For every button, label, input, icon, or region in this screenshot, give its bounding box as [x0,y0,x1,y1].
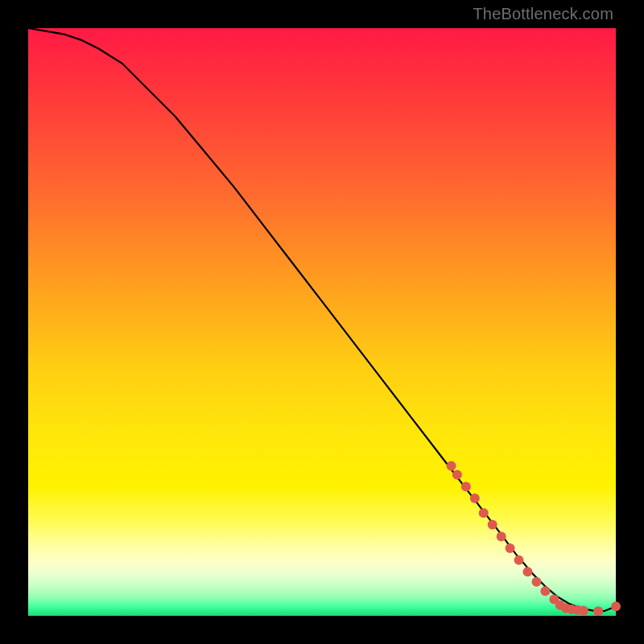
highlight-dot [523,567,533,576]
bottleneck-curve [28,28,616,611]
marker-group [447,461,621,616]
highlight-dot [531,577,541,587]
chart-frame: TheBottleneck.com [0,0,644,644]
highlight-dot [506,543,515,553]
highlight-dot [447,461,456,471]
chart-svg [28,28,616,616]
watermark-text: TheBottleneck.com [473,5,613,23]
highlight-dot [470,493,480,503]
highlight-dot [461,481,471,491]
highlight-dot [514,555,524,565]
highlight-dot [593,606,603,616]
highlight-dot [540,586,550,596]
highlight-dot [579,605,588,615]
plot-area [28,28,616,616]
highlight-dot [452,470,462,480]
highlight-dot [611,601,621,611]
highlight-dot [497,531,506,541]
highlight-dot [488,520,497,530]
highlight-dot [479,508,489,518]
